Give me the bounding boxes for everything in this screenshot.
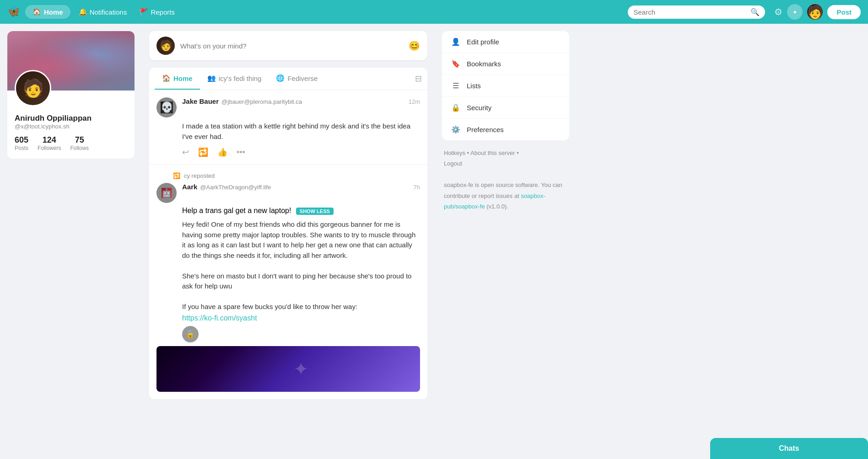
- reports-nav-label: Reports: [151, 8, 175, 16]
- repost-icon: 🔁: [173, 172, 180, 179]
- logout-link[interactable]: Logout: [444, 160, 462, 167]
- post-button[interactable]: Post: [827, 5, 861, 19]
- footer-separator-1: •: [467, 149, 470, 156]
- bookmarks-icon: 🔖: [451, 59, 460, 68]
- lists-label: Lists: [467, 82, 481, 90]
- tabs-bar: 🏠 Home 👥 icy's fedi thing 🌐 Fediverse ⊟: [149, 68, 427, 90]
- tab-icys-fedi[interactable]: 👥 icy's fedi thing: [200, 68, 269, 90]
- post-author: Jake Bauer: [182, 97, 219, 105]
- navbar: 🦋 🏠 Home 🔔 Notifications 🚩 Reports 🔍 ⚙ ●…: [0, 0, 868, 24]
- tab-home-label: Home: [173, 75, 193, 82]
- tab-fediverse-icon: 🌐: [276, 74, 285, 82]
- post-author-row: Aark @AarkTheDragon@yiff.life 7h: [182, 183, 420, 191]
- search-box: 🔍: [628, 5, 765, 19]
- post-handle: @jbauer@pleroma.paritybit.ca: [221, 98, 302, 105]
- settings-icon[interactable]: ⚙: [774, 6, 782, 17]
- compose-avatar: 🧑: [156, 37, 175, 55]
- posts-stat[interactable]: 605 Posts: [15, 135, 28, 151]
- page-layout: 🧑 Anirudh Oppiliappan @x@toot.icyphox.sh…: [0, 24, 868, 459]
- followers-label: Followers: [38, 145, 61, 151]
- notifications-nav-link[interactable]: 🔔 Notifications: [74, 5, 132, 19]
- security-item[interactable]: 🔒 Security: [442, 97, 569, 119]
- follows-stat[interactable]: 75 Follows: [70, 135, 89, 151]
- post-item: 💀 Jake Bauer @jbauer@pleroma.paritybit.c…: [149, 90, 427, 165]
- follows-count: 75: [70, 135, 89, 145]
- left-sidebar: 🧑 Anirudh Oppiliappan @x@toot.icyphox.sh…: [0, 24, 142, 459]
- posts-label: Posts: [15, 145, 28, 151]
- tab-home[interactable]: 🏠 Home: [155, 68, 200, 90]
- followers-stat[interactable]: 124 Followers: [38, 135, 61, 151]
- footer-links: Hotkeys • About this server • Logout soa…: [442, 148, 569, 212]
- profile-name: Anirudh Oppiliappan: [15, 114, 127, 123]
- profile-handle: @x@toot.icyphox.sh: [15, 123, 127, 130]
- edit-profile-icon: 👤: [451, 37, 460, 46]
- home-nav-icon: 🏠: [32, 8, 41, 16]
- filter-icon[interactable]: ⊟: [415, 74, 422, 84]
- post-author: Aark: [182, 183, 197, 191]
- post-body: Hey fedi! One of my best friends who did…: [156, 219, 420, 312]
- home-nav-button[interactable]: 🏠 Home: [25, 5, 70, 19]
- post-header: 🤖 Aark @AarkTheDragon@yiff.life 7h: [156, 183, 420, 203]
- bookmarks-label: Bookmarks: [467, 60, 501, 68]
- post-avatar[interactable]: 💀: [156, 97, 177, 117]
- reply-button[interactable]: ↩: [182, 147, 189, 157]
- right-menu-card: 👤 Edit profile 🔖 Bookmarks ☰ Lists 🔒 Sec…: [442, 31, 569, 140]
- tab-fediverse-label: Fediverse: [287, 75, 318, 82]
- post-time: 7h: [414, 184, 420, 191]
- repost-by-label: cy reposted: [184, 172, 215, 179]
- posts-count: 605: [15, 135, 28, 145]
- preferences-item[interactable]: ⚙️ Preferences: [442, 119, 569, 140]
- post-meta: Aark @AarkTheDragon@yiff.life 7h: [182, 183, 420, 191]
- post-link[interactable]: https://ko-fi.com/syasht: [182, 314, 257, 322]
- compose-input[interactable]: [180, 42, 403, 50]
- post-time: 12m: [409, 98, 420, 105]
- security-label: Security: [467, 104, 491, 112]
- bookmarks-item[interactable]: 🔖 Bookmarks: [442, 53, 569, 75]
- nav-right-controls: ⚙ ● 🧑 Post: [774, 4, 861, 20]
- reports-nav-link[interactable]: 🚩 Reports: [135, 5, 179, 19]
- profile-avatar[interactable]: 🧑: [15, 70, 51, 107]
- reports-icon: 🚩: [140, 8, 148, 16]
- post-content-warning: Help a trans gal get a new laptop! SHOW …: [156, 207, 420, 215]
- edit-profile-item[interactable]: 👤 Edit profile: [442, 31, 569, 53]
- search-input[interactable]: [633, 8, 747, 16]
- feed: 💀 Jake Bauer @jbauer@pleroma.paritybit.c…: [149, 90, 427, 400]
- post-item: 🔁 cy reposted 🤖 Aark @AarkTheDragon@yiff…: [149, 165, 427, 400]
- search-icon: 🔍: [750, 8, 760, 16]
- notifications-icon: 🔔: [79, 8, 87, 16]
- post-link-container: https://ko-fi.com/syasht: [156, 314, 420, 322]
- hotkeys-link[interactable]: Hotkeys: [444, 149, 465, 156]
- tab-home-icon: 🏠: [162, 74, 171, 82]
- footer-separator-2: •: [517, 149, 519, 156]
- repost-button[interactable]: 🔁: [198, 147, 208, 157]
- preferences-icon: ⚙️: [451, 125, 460, 134]
- show-less-badge[interactable]: SHOW LESS: [296, 208, 334, 215]
- chats-button[interactable]: Chats: [710, 438, 868, 459]
- nav-avatar[interactable]: 🧑: [807, 4, 823, 20]
- more-button[interactable]: •••: [237, 147, 245, 157]
- post-meta: Jake Bauer @jbauer@pleroma.paritybit.ca …: [182, 97, 420, 105]
- status-dot[interactable]: ●: [787, 4, 803, 20]
- profile-avatar-wrapper: 🧑: [7, 70, 135, 107]
- notifications-nav-label: Notifications: [90, 8, 127, 16]
- footer-version-text: (v1.0.0).: [486, 203, 508, 210]
- post-header: 💀 Jake Bauer @jbauer@pleroma.paritybit.c…: [156, 97, 420, 117]
- lists-item[interactable]: ☰ Lists: [442, 75, 569, 97]
- lock-icon[interactable]: 🔒: [182, 326, 199, 342]
- profile-stats: 605 Posts 124 Followers 75 Follows: [15, 135, 127, 151]
- post-avatar[interactable]: 🤖: [156, 183, 177, 203]
- tab-icys-label: icy's fedi thing: [219, 75, 262, 82]
- emoji-button[interactable]: 😊: [409, 40, 420, 51]
- followers-count: 124: [38, 135, 61, 145]
- tab-fediverse[interactable]: 🌐 Fediverse: [269, 68, 325, 90]
- profile-info: Anirudh Oppiliappan @x@toot.icyphox.sh 6…: [7, 110, 135, 159]
- edit-profile-label: Edit profile: [467, 38, 499, 46]
- profile-card: 🧑 Anirudh Oppiliappan @x@toot.icyphox.sh…: [7, 31, 135, 159]
- follows-label: Follows: [70, 145, 89, 151]
- about-link[interactable]: About this server: [470, 149, 515, 156]
- repost-indicator: 🔁 cy reposted: [156, 172, 420, 179]
- post-author-row: Jake Bauer @jbauer@pleroma.paritybit.ca …: [182, 97, 420, 105]
- like-button[interactable]: 👍: [217, 147, 227, 157]
- logo-icon: 🦋: [7, 6, 20, 18]
- tab-icys-icon: 👥: [207, 74, 216, 82]
